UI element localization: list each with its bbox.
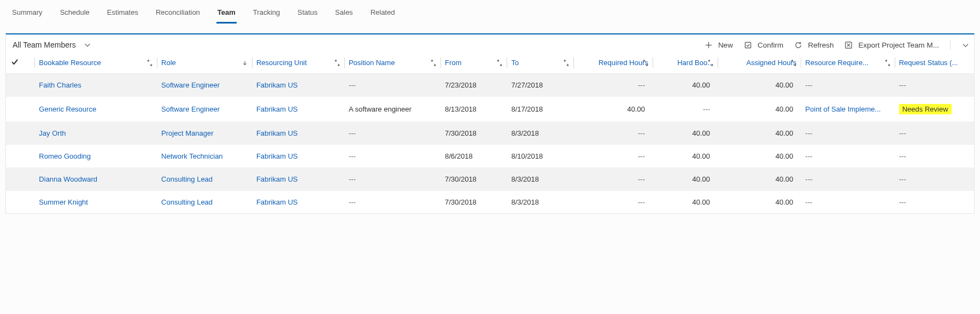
cell-position: --- — [344, 168, 441, 191]
cell-position: --- — [344, 191, 441, 214]
cell-request-status: --- — [895, 122, 974, 145]
sort-icon — [333, 59, 341, 67]
col-resource-requirement[interactable]: Resource Require... — [801, 52, 894, 74]
cell-assigned: 40.00 — [718, 122, 801, 145]
cell-unit[interactable]: Fabrikam US — [252, 191, 344, 214]
cell-required: --- — [573, 168, 653, 191]
sort-icon — [790, 59, 797, 67]
col-label: Assigned Hours — [747, 59, 797, 67]
row-selector[interactable] — [6, 168, 34, 191]
view-selector[interactable]: All Team Members — [13, 40, 91, 49]
col-resourcing-unit[interactable]: Resourcing Unit — [252, 52, 344, 74]
table-row[interactable]: Faith CharlesSoftware EngineerFabrikam U… — [6, 74, 974, 97]
cell-from: 7/30/2018 — [441, 191, 507, 214]
cell-resource[interactable]: Faith Charles — [34, 74, 157, 97]
col-to[interactable]: To — [507, 52, 573, 74]
cell-request-status: --- — [895, 191, 974, 214]
cell-unit[interactable]: Fabrikam US — [252, 97, 344, 122]
col-from[interactable]: From — [441, 52, 507, 74]
cell-role[interactable]: Network Technician — [157, 145, 252, 168]
cell-position: --- — [344, 74, 441, 97]
refresh-icon — [794, 41, 802, 49]
cell-from: 8/6/2018 — [441, 145, 507, 168]
cell-role[interactable]: Consulting Lead — [157, 168, 252, 191]
cell-hard: 40.00 — [653, 122, 718, 145]
col-position-name[interactable]: Position Name — [344, 52, 441, 74]
plus-icon — [705, 41, 713, 49]
tab-tracking[interactable]: Tracking — [252, 5, 281, 24]
cell-hard: 40.00 — [653, 168, 718, 191]
cell-unit[interactable]: Fabrikam US — [252, 145, 344, 168]
cell-resource[interactable]: Dianna Woodward — [34, 168, 157, 191]
cell-from: 7/30/2018 — [441, 122, 507, 145]
row-selector[interactable] — [6, 74, 34, 97]
row-selector[interactable] — [6, 122, 34, 145]
tab-schedule[interactable]: Schedule — [59, 5, 91, 24]
cell-position: --- — [344, 122, 441, 145]
cell-resource[interactable]: Romeo Gooding — [34, 145, 157, 168]
command-bar: New Confirm Refresh Export Project Team … — [705, 40, 970, 50]
chevron-down-icon — [961, 41, 970, 49]
cell-unit[interactable]: Fabrikam US — [252, 168, 344, 191]
check-icon — [10, 57, 19, 66]
cell-unit[interactable]: Fabrikam US — [252, 122, 344, 145]
tab-summary[interactable]: Summary — [11, 5, 44, 24]
col-bookable-resource[interactable]: Bookable Resource — [34, 52, 157, 74]
table-row[interactable]: Romeo GoodingNetwork TechnicianFabrikam … — [6, 145, 974, 168]
cell-unit[interactable]: Fabrikam US — [252, 74, 344, 97]
col-label: Resource Require... — [805, 59, 868, 67]
cell-role[interactable]: Software Engineer — [157, 97, 252, 122]
cell-role[interactable]: Software Engineer — [157, 74, 252, 97]
col-role[interactable]: Role — [157, 52, 252, 74]
col-required-hours[interactable]: Required Hours — [573, 52, 653, 74]
cell-role[interactable]: Project Manager — [157, 122, 252, 145]
select-all-header[interactable] — [6, 52, 34, 74]
col-hard-booked[interactable]: Hard Boo... — [653, 52, 718, 74]
tab-reconciliation[interactable]: Reconciliation — [155, 5, 201, 24]
col-request-status[interactable]: Request Status (... — [895, 52, 974, 74]
cell-request-status: --- — [895, 168, 974, 191]
cell-to: 8/3/2018 — [507, 122, 573, 145]
cell-resource[interactable]: Jay Orth — [34, 122, 157, 145]
cell-resource[interactable]: Generic Resource — [34, 97, 157, 122]
col-assigned-hours[interactable]: Assigned Hours — [718, 52, 801, 74]
table-row[interactable]: Jay OrthProject ManagerFabrikam US---7/3… — [6, 122, 974, 145]
new-button[interactable]: New — [705, 41, 733, 49]
sort-icon — [562, 59, 570, 67]
cell-resource-requirement[interactable]: Point of Sale Impleme... — [801, 97, 894, 122]
sort-icon — [146, 59, 154, 67]
cell-from: 7/30/2018 — [441, 168, 507, 191]
cell-resource-requirement: --- — [801, 168, 894, 191]
tab-strip: SummaryScheduleEstimatesReconciliationTe… — [0, 0, 980, 24]
tab-team[interactable]: Team — [216, 5, 237, 24]
team-panel: All Team Members New Confirm Refresh Exp… — [5, 33, 975, 214]
refresh-button[interactable]: Refresh — [794, 41, 834, 49]
row-selector[interactable] — [6, 97, 34, 122]
sort-icon — [642, 59, 649, 67]
confirm-button[interactable]: Confirm — [744, 41, 783, 49]
table-row[interactable]: Dianna WoodwardConsulting LeadFabrikam U… — [6, 168, 974, 191]
cell-from: 7/23/2018 — [441, 74, 507, 97]
tab-sales[interactable]: Sales — [334, 5, 354, 24]
cell-hard: --- — [653, 97, 718, 122]
sort-icon — [496, 59, 503, 67]
table-row[interactable]: Generic ResourceSoftware EngineerFabrika… — [6, 97, 974, 122]
row-selector[interactable] — [6, 145, 34, 168]
tab-related[interactable]: Related — [369, 5, 396, 24]
cell-hard: 40.00 — [653, 145, 718, 168]
cell-role[interactable]: Consulting Lead — [157, 191, 252, 214]
cell-request-status: --- — [895, 74, 974, 97]
more-commands-button[interactable] — [961, 41, 970, 49]
export-button[interactable]: Export Project Team M... — [844, 41, 939, 49]
cell-position: A software engineer — [344, 97, 441, 122]
tab-status[interactable]: Status — [296, 5, 319, 24]
row-selector[interactable] — [6, 191, 34, 214]
excel-icon — [844, 41, 853, 49]
sort-desc-icon — [241, 59, 249, 67]
cell-required: --- — [573, 122, 653, 145]
sort-icon — [430, 59, 437, 67]
cell-resource[interactable]: Summer Knight — [34, 191, 157, 214]
cell-assigned: 40.00 — [718, 168, 801, 191]
tab-estimates[interactable]: Estimates — [106, 5, 139, 24]
table-row[interactable]: Summer KnightConsulting LeadFabrikam US-… — [6, 191, 974, 214]
